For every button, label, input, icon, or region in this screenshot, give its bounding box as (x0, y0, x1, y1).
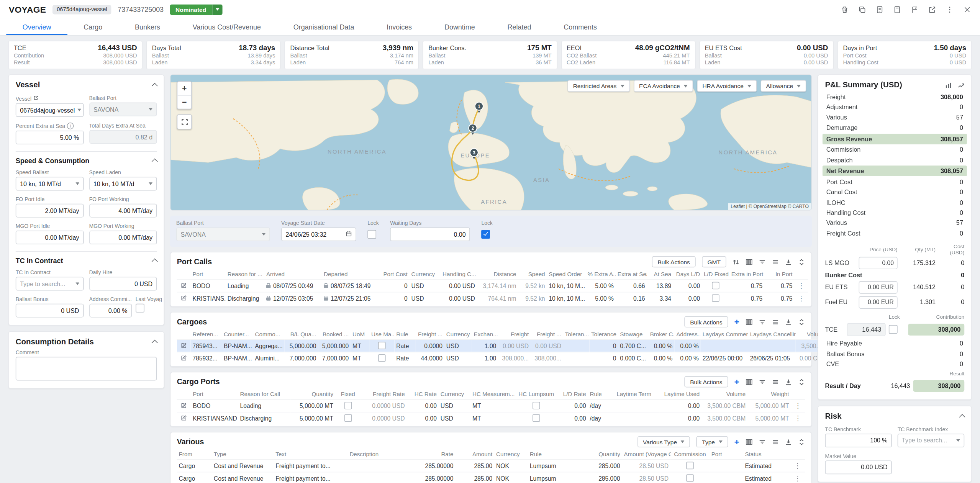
flag-icon[interactable] (911, 5, 919, 13)
tab-comments[interactable]: Comments (547, 19, 613, 35)
commission-checkbox[interactable] (686, 462, 694, 469)
port-cell[interactable]: KRISTIANS... (191, 292, 226, 305)
trash-icon[interactable] (841, 5, 849, 13)
ls-mgo-price-input[interactable]: 0.00 (859, 257, 898, 269)
zoom-in-button[interactable]: + (177, 82, 191, 95)
fold-icon[interactable] (798, 438, 805, 445)
collapse-vessel-icon[interactable] (152, 83, 158, 89)
market-value-input[interactable]: 0.00 USD (825, 460, 892, 474)
calculator-icon[interactable] (893, 5, 901, 13)
waiting-days-input[interactable]: 0.00 (390, 228, 470, 241)
ld-fixed-checkbox[interactable] (712, 294, 719, 302)
menu-icon[interactable] (772, 438, 779, 445)
tab-various-cost-revenue[interactable]: Various Cost/Revenue (176, 19, 277, 35)
row-menu-icon[interactable]: ⋮ (791, 412, 805, 424)
restricted-areas-dropdown[interactable]: Restricted Areas (567, 80, 630, 92)
allowance-dropdown[interactable]: Allowance (760, 80, 806, 92)
last-voyage-checkbox[interactable] (136, 304, 144, 313)
ld-fixed-checkbox[interactable] (712, 282, 719, 289)
arrived-cell[interactable]: 12/07/25 03:05 (264, 292, 322, 305)
row-menu-icon[interactable]: ⋮ (794, 280, 808, 292)
port-cell[interactable]: BODO (191, 280, 226, 292)
edit-row-button[interactable] (177, 280, 191, 292)
download-icon[interactable] (785, 318, 792, 325)
bulk-actions-button[interactable]: Bulk Actions (652, 256, 696, 267)
fixed-checkbox[interactable] (344, 414, 352, 422)
departed-cell[interactable]: 08/07/25 18:49 (322, 280, 379, 292)
tab-overview[interactable]: Overview (6, 19, 67, 35)
collapse-speed-icon[interactable] (152, 159, 158, 165)
tc-in-contract-input[interactable]: Type to search... (16, 277, 84, 291)
duplicate-icon[interactable] (858, 5, 866, 13)
add-cargo-port-icon[interactable]: + (734, 377, 739, 386)
tce-lock-checkbox[interactable] (889, 325, 898, 334)
columns-icon[interactable] (746, 318, 752, 325)
eu-ets-price-input[interactable]: 0.00 EUR (859, 281, 898, 293)
menu-icon[interactable] (772, 378, 779, 385)
eca-avoidance-dropdown[interactable]: ECA Avoidance (633, 80, 693, 92)
ballast-bonus-input[interactable]: 0 USD (16, 304, 84, 318)
status-caret-icon[interactable] (212, 4, 223, 15)
row-menu-icon[interactable]: ⋮ (790, 472, 805, 483)
tc-benchmark-index-select[interactable]: Type to search... (898, 434, 965, 447)
open-vessel-icon[interactable] (33, 95, 39, 102)
columns-icon[interactable] (746, 378, 752, 385)
tce-input[interactable]: 16,443 (847, 323, 886, 336)
percent-extra-at-sea-input[interactable]: 5.00 % (16, 131, 84, 144)
tab-bunkers[interactable]: Bunkers (119, 19, 177, 35)
start-ballast-port-select[interactable]: SAVONA (176, 228, 270, 241)
arrived-cell[interactable]: 08/07/25 00:49 (264, 280, 322, 292)
open-external-icon[interactable] (928, 5, 936, 13)
ballast-port-select[interactable]: SAVONA (89, 103, 157, 116)
fo-port-working-input[interactable]: 4.00 MT/day (89, 204, 157, 218)
collapse-consumption-icon[interactable] (152, 340, 158, 346)
address-commission-input[interactable]: 0.00 % (89, 304, 131, 318)
filter-icon[interactable] (759, 259, 765, 265)
daily-hire-input[interactable]: 0 USD (89, 277, 157, 291)
row-menu-icon[interactable]: ⋮ (791, 399, 805, 412)
collapse-tc-icon[interactable] (152, 259, 158, 265)
gmt-button[interactable]: GMT (702, 256, 726, 267)
kebab-menu-icon[interactable] (946, 5, 954, 13)
tab-related[interactable]: Related (491, 19, 547, 35)
edit-row-button[interactable] (177, 292, 191, 305)
columns-icon[interactable] (746, 259, 752, 265)
speed-laden-select[interactable]: 10 kn, 10 MT/d (89, 177, 157, 191)
fuel-eu-price-input[interactable]: 0.00 EUR (859, 296, 898, 308)
speed-ballast-select[interactable]: 10 kn, 10 MT/d (16, 177, 84, 191)
tab-organisational-data[interactable]: Organisational Data (277, 19, 370, 35)
edit-row-button[interactable] (177, 340, 191, 352)
zoom-out-button[interactable]: − (177, 95, 191, 109)
route-map[interactable]: NORTH AMERICA EUROPE ASIA AFRICA NORTH A… (170, 74, 812, 211)
lock-waiting-days-checkbox[interactable] (481, 230, 490, 239)
bar-chart-icon[interactable] (945, 82, 952, 88)
close-icon[interactable] (963, 5, 971, 13)
fold-icon[interactable] (798, 318, 805, 325)
download-icon[interactable] (785, 438, 792, 445)
reason-cell[interactable]: Discharging (226, 292, 264, 305)
notes-icon[interactable] (876, 5, 884, 13)
fixed-checkbox[interactable] (344, 401, 352, 409)
edit-row-button[interactable] (177, 399, 191, 412)
use-max-checkbox[interactable] (378, 342, 386, 349)
collapse-risk-icon[interactable] (959, 414, 965, 420)
trend-chart-icon[interactable] (957, 82, 964, 88)
columns-icon[interactable] (746, 438, 752, 445)
fold-icon[interactable] (798, 259, 805, 265)
tab-invoices[interactable]: Invoices (370, 19, 428, 35)
vessel-select[interactable]: 0675d4ajoug-vessel (16, 103, 84, 117)
type-dropdown[interactable]: Type (696, 436, 728, 447)
mgo-port-working-input[interactable]: 0.00 MT/day (89, 231, 157, 244)
hc-lumpsum-checkbox[interactable] (533, 414, 540, 422)
sort-icon[interactable] (733, 259, 739, 265)
edit-row-button[interactable] (177, 412, 191, 424)
tab-cargo[interactable]: Cargo (67, 19, 119, 35)
fo-port-idle-input[interactable]: 2.00 MT/day (16, 204, 84, 218)
departed-cell[interactable]: 12/07/25 21:05 (322, 292, 379, 305)
add-cargo-icon[interactable]: + (734, 318, 739, 326)
hra-avoidance-dropdown[interactable]: HRA Avoidance (697, 80, 757, 92)
status-badge[interactable]: Nominated (170, 4, 222, 15)
edit-row-button[interactable] (177, 352, 191, 364)
add-various-icon[interactable]: + (734, 437, 739, 446)
use-max-checkbox[interactable] (378, 354, 386, 362)
